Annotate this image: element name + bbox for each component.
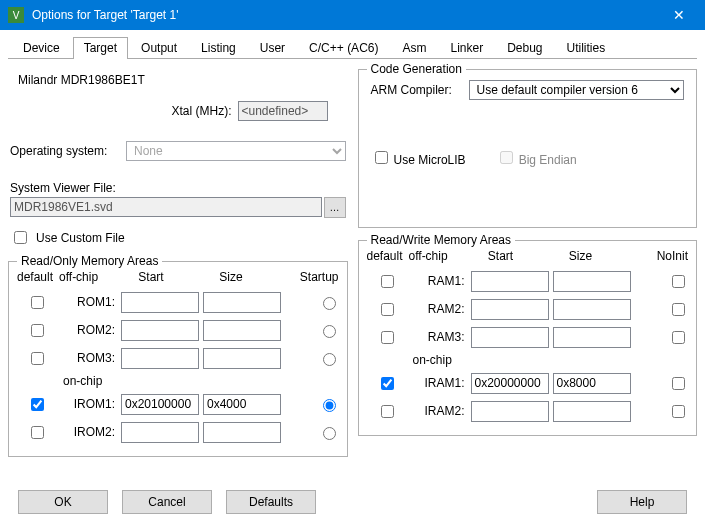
- rom3-default-check[interactable]: [31, 352, 44, 365]
- rom-row: ROM2:: [17, 316, 339, 344]
- rom1-start[interactable]: [121, 292, 199, 313]
- ram1-start[interactable]: [471, 271, 549, 292]
- irom1-startup[interactable]: [323, 399, 336, 412]
- os-select[interactable]: None: [126, 141, 346, 161]
- rom-hdr-default: default: [17, 270, 59, 284]
- rom2-size[interactable]: [203, 320, 281, 341]
- defaults-button[interactable]: Defaults: [226, 490, 316, 514]
- tab-output[interactable]: Output: [130, 37, 188, 59]
- ram-row: RAM2:: [367, 295, 689, 323]
- readwrite-legend: Read/Write Memory Areas: [367, 233, 516, 247]
- tab-utilities[interactable]: Utilities: [556, 37, 617, 59]
- irom1-default-check[interactable]: [31, 398, 44, 411]
- irom1-name: IROM1:: [61, 397, 117, 411]
- rom1-startup[interactable]: [323, 297, 336, 310]
- ram2-size[interactable]: [553, 299, 631, 320]
- irom2-startup[interactable]: [323, 427, 336, 440]
- ram-row: IRAM2:: [367, 397, 689, 425]
- ram3-size[interactable]: [553, 327, 631, 348]
- app-icon: V: [8, 7, 24, 23]
- tab-asm[interactable]: Asm: [391, 37, 437, 59]
- tab-target[interactable]: Target: [73, 37, 128, 59]
- svd-input[interactable]: [10, 197, 322, 217]
- iram1-size[interactable]: [553, 373, 631, 394]
- right-column: Code Generation ARM Compiler: Use defaul…: [358, 69, 698, 457]
- iram1-default-check[interactable]: [381, 377, 394, 390]
- iram1-start[interactable]: [471, 373, 549, 394]
- close-icon[interactable]: ✕: [656, 0, 701, 30]
- rom1-size[interactable]: [203, 292, 281, 313]
- device-name: Milandr MDR1986BE1T: [8, 69, 348, 91]
- ram2-noinit[interactable]: [672, 303, 685, 316]
- rom1-name: ROM1:: [61, 295, 117, 309]
- ram1-size[interactable]: [553, 271, 631, 292]
- rom2-startup[interactable]: [323, 325, 336, 338]
- tab-cpp[interactable]: C/C++ (AC6): [298, 37, 389, 59]
- rom-row: IROM2:: [17, 418, 339, 446]
- tab-user[interactable]: User: [249, 37, 296, 59]
- ram-hdr-noinit: NoInit: [621, 249, 689, 263]
- irom2-start[interactable]: [121, 422, 199, 443]
- ram1-noinit[interactable]: [672, 275, 685, 288]
- iram2-start[interactable]: [471, 401, 549, 422]
- irom2-name: IROM2:: [61, 425, 117, 439]
- rom-hdr-offchip: off-chip: [59, 270, 111, 284]
- arm-compiler-select[interactable]: Use default compiler version 6: [469, 80, 685, 100]
- irom2-size[interactable]: [203, 422, 281, 443]
- rom-hdr-startup: Startup: [271, 270, 339, 284]
- readonly-memory-group: Read/Only Memory Areas default off-chip …: [8, 261, 348, 457]
- use-custom-file-label: Use Custom File: [36, 231, 125, 245]
- iram2-size[interactable]: [553, 401, 631, 422]
- iram2-default-check[interactable]: [381, 405, 394, 418]
- ram3-noinit[interactable]: [672, 331, 685, 344]
- rom2-name: ROM2:: [61, 323, 117, 337]
- irom2-default-check[interactable]: [31, 426, 44, 439]
- tab-strip: Device Target Output Listing User C/C++ …: [8, 36, 697, 59]
- ram-onchip-label: on-chip: [367, 351, 689, 369]
- ram-row: RAM1:: [367, 267, 689, 295]
- rom-row: ROM3:: [17, 344, 339, 372]
- ram1-name: RAM1:: [411, 274, 467, 288]
- iram2-name: IRAM2:: [411, 404, 467, 418]
- ram-hdr-start: Start: [461, 249, 541, 263]
- ram3-name: RAM3:: [411, 330, 467, 344]
- rom2-default-check[interactable]: [31, 324, 44, 337]
- irom1-start[interactable]: [121, 394, 199, 415]
- ram1-default-check[interactable]: [381, 275, 394, 288]
- ram-hdr-size: Size: [541, 249, 621, 263]
- tab-listing[interactable]: Listing: [190, 37, 247, 59]
- code-generation-group: Code Generation ARM Compiler: Use defaul…: [358, 69, 698, 228]
- microlib-label: Use MicroLIB: [394, 153, 466, 167]
- use-custom-file-checkbox[interactable]: [14, 231, 27, 244]
- tab-linker[interactable]: Linker: [439, 37, 494, 59]
- xtal-input[interactable]: [238, 101, 328, 121]
- svd-browse-button[interactable]: …: [324, 197, 346, 218]
- help-button[interactable]: Help: [597, 490, 687, 514]
- rom3-size[interactable]: [203, 348, 281, 369]
- rom-onchip-label: on-chip: [17, 372, 339, 390]
- cancel-button[interactable]: Cancel: [122, 490, 212, 514]
- tab-debug[interactable]: Debug: [496, 37, 553, 59]
- ram3-start[interactable]: [471, 327, 549, 348]
- readwrite-memory-group: Read/Write Memory Areas default off-chip…: [358, 240, 698, 436]
- rom2-start[interactable]: [121, 320, 199, 341]
- tab-device[interactable]: Device: [12, 37, 71, 59]
- irom1-size[interactable]: [203, 394, 281, 415]
- xtal-label: Xtal (MHz):: [172, 104, 232, 118]
- ram2-default-check[interactable]: [381, 303, 394, 316]
- ok-button[interactable]: OK: [18, 490, 108, 514]
- rom3-startup[interactable]: [323, 353, 336, 366]
- rom-hdr-start: Start: [111, 270, 191, 284]
- ram3-default-check[interactable]: [381, 331, 394, 344]
- window-title: Options for Target 'Target 1': [32, 8, 656, 22]
- arm-compiler-label: ARM Compiler:: [371, 83, 461, 97]
- big-endian-label: Big Endian: [519, 153, 577, 167]
- rom1-default-check[interactable]: [31, 296, 44, 309]
- iram2-noinit[interactable]: [672, 405, 685, 418]
- ram-hdr-default: default: [367, 249, 409, 263]
- ram2-start[interactable]: [471, 299, 549, 320]
- rom3-start[interactable]: [121, 348, 199, 369]
- left-column: Milandr MDR1986BE1T Xtal (MHz): Operatin…: [8, 69, 348, 457]
- iram1-noinit[interactable]: [672, 377, 685, 390]
- microlib-checkbox[interactable]: [375, 151, 388, 164]
